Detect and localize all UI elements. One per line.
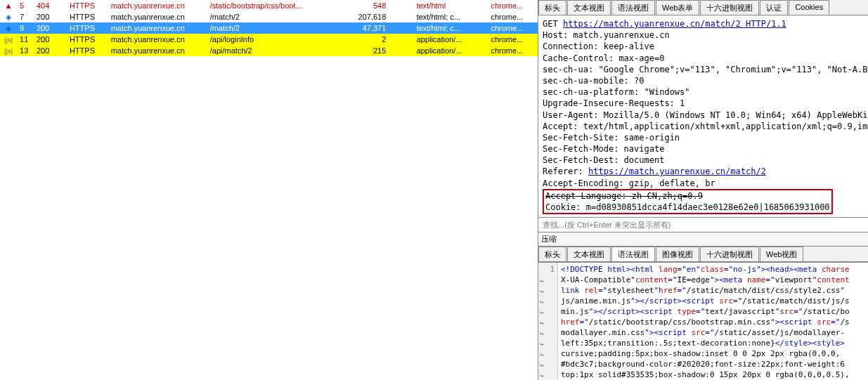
session-url: /api/match/2 <box>207 45 331 56</box>
line-number: ↪ <box>538 327 556 338</box>
search-bar <box>538 217 868 232</box>
tab-文本视图[interactable]: 文本视图 <box>567 247 611 261</box>
session-num: 13 <box>17 45 34 56</box>
session-url: /match/2 <box>207 11 331 22</box>
session-content-type: text/html; c... <box>414 22 488 34</box>
session-num: 11 <box>17 34 34 45</box>
session-content-type: text/html; c... <box>414 11 488 22</box>
tab-标头[interactable]: 标头 <box>538 247 566 261</box>
tab-语法视图[interactable]: 语法视图 <box>611 0 655 15</box>
tab-图像视图[interactable]: 图像视图 <box>656 247 699 261</box>
body-line: left:35px;transition:.5s;text-decoration… <box>561 338 865 348</box>
raw-request-headers[interactable]: GET https://match.yuanrenxue.cn/match/2 … <box>538 15 868 217</box>
session-host: match.yuanrenxue.cn <box>108 22 207 34</box>
tab-Web视图[interactable]: Web视图 <box>760 247 803 261</box>
session-row[interactable]: {js}11200HTTPSmatch.yuanrenxue.cn/api/lo… <box>0 34 538 45</box>
session-protocol: HTTPS <box>67 45 108 56</box>
inspectors-pane: 标头文本视图语法视图Web表单十六进制视图认证Cookies GET https… <box>538 0 868 380</box>
sessions-pane: ▲5404HTTPSmatch.yuanrenxue.cn/static/boo… <box>0 0 538 380</box>
session-host: match.yuanrenxue.cn <box>108 11 207 22</box>
response-body-view: 1↪↪↪↪↪↪↪↪↪↪↪↪↪↪↪ <!DOCTYPE html><html la… <box>538 262 868 380</box>
body-line: js/anime.min.js"></script><script src="/… <box>561 296 865 306</box>
search-input[interactable] <box>541 219 865 230</box>
session-process: chrome... <box>488 34 538 45</box>
session-protocol: HTTPS <box>67 11 108 22</box>
session-body: 207,618 <box>331 11 389 22</box>
line-number: ↪ <box>538 369 556 380</box>
body-line: top:1px solid#353535;box-shadow:0 15px 2… <box>561 369 865 380</box>
session-icon: ◈ <box>0 22 17 34</box>
line-number: ↪ <box>538 359 556 369</box>
session-content-type: application/... <box>414 34 488 45</box>
session-result: 404 <box>34 0 67 11</box>
session-content-type: text/html <box>414 0 488 11</box>
session-icon: ▲ <box>0 0 17 11</box>
session-body: 47,371 <box>331 22 389 34</box>
body-line: modallayer.min.css"><script src="/static… <box>561 327 865 338</box>
session-num: 7 <box>17 11 34 22</box>
body-line: X-UA-Compatible"content="IE=edge"><meta … <box>561 275 865 285</box>
body-line: #bdc3c7;background-color:#202020;font-si… <box>561 359 865 369</box>
request-tabs: 标头文本视图语法视图Web表单十六进制视图认证Cookies <box>538 0 868 15</box>
session-icon: {js} <box>0 45 17 56</box>
session-num: 9 <box>17 22 34 34</box>
session-body: 215 <box>331 45 389 56</box>
body-line: href="/static/bootstrap/css/bootstrap.mi… <box>561 317 865 327</box>
session-process: chrome... <box>488 11 538 22</box>
session-num: 5 <box>17 0 34 11</box>
session-content-type: application/... <box>414 45 488 56</box>
session-row[interactable]: ◈7200HTTPSmatch.yuanrenxue.cn/match/2207… <box>0 11 538 22</box>
session-protocol: HTTPS <box>67 0 108 11</box>
highlighted-cookie: Accept-Language: zh-CN,zh;q=0.9 Cookie: … <box>543 189 833 214</box>
session-process: chrome... <box>488 45 538 56</box>
session-url: /match/2 <box>207 22 331 34</box>
session-icon: {js} <box>0 34 17 45</box>
session-host: match.yuanrenxue.cn <box>108 45 207 56</box>
line-number: 1 <box>538 264 556 275</box>
line-number: ↪ <box>538 275 556 285</box>
session-process: chrome... <box>488 0 538 11</box>
session-result: 200 <box>34 34 67 45</box>
session-process: chrome... <box>488 22 538 34</box>
request-url[interactable]: https://match.yuanrenxue.cn/match/2 HTTP… <box>563 19 786 29</box>
line-number: ↪ <box>538 306 556 317</box>
session-host: match.yuanrenxue.cn <box>108 0 207 11</box>
line-gutter: 1↪↪↪↪↪↪↪↪↪↪↪↪↪↪↪ <box>538 263 558 380</box>
transform-bar[interactable]: 压缩 <box>538 232 868 247</box>
session-protocol: HTTPS <box>67 22 108 34</box>
session-body: 548 <box>331 0 389 11</box>
line-number: ↪ <box>538 348 556 359</box>
body-line: link rel="stylesheet"href="/static/match… <box>561 285 865 296</box>
line-number: ↪ <box>538 285 556 296</box>
session-protocol: HTTPS <box>67 34 108 45</box>
session-url: /api/loginInfo <box>207 34 331 45</box>
session-url: /static/bootstrap/css/boot... <box>207 0 331 11</box>
line-number: ↪ <box>538 317 556 327</box>
line-number: ↪ <box>538 296 556 306</box>
body-line: min.js"></script><script type="text/java… <box>561 306 865 317</box>
response-body-text[interactable]: <!DOCTYPE html><html lang="en"class="no-… <box>558 263 868 380</box>
session-result: 200 <box>34 22 67 34</box>
transform-label: 压缩 <box>541 234 557 244</box>
response-tabs: 标头文本视图语法视图图像视图十六进制视图Web视图 <box>538 247 868 262</box>
session-body: 2 <box>331 34 389 45</box>
tab-认证[interactable]: 认证 <box>760 0 788 15</box>
body-line: cursive;padding:5px;box-shadow:inset 0 0… <box>561 348 865 359</box>
line-number: ↪ <box>538 338 556 348</box>
session-icon: ◈ <box>0 11 17 22</box>
session-row[interactable]: ▲5404HTTPSmatch.yuanrenxue.cn/static/boo… <box>0 0 538 11</box>
tab-十六进制视图[interactable]: 十六进制视图 <box>700 247 759 261</box>
tab-Web表单[interactable]: Web表单 <box>656 0 699 15</box>
tab-标头[interactable]: 标头 <box>538 0 566 15</box>
session-result: 200 <box>34 11 67 22</box>
tab-十六进制视图[interactable]: 十六进制视图 <box>700 0 759 15</box>
body-line: <!DOCTYPE html><html lang="en"class="no-… <box>561 264 865 275</box>
session-row[interactable]: {js}13200HTTPSmatch.yuanrenxue.cn/api/ma… <box>0 45 538 56</box>
session-result: 200 <box>34 45 67 56</box>
session-row[interactable]: ◈9200HTTPSmatch.yuanrenxue.cn/match/247,… <box>0 22 538 34</box>
tab-语法视图[interactable]: 语法视图 <box>611 247 655 261</box>
sessions-table[interactable]: ▲5404HTTPSmatch.yuanrenxue.cn/static/boo… <box>0 0 538 56</box>
session-host: match.yuanrenxue.cn <box>108 34 207 45</box>
tab-Cookies[interactable]: Cookies <box>789 0 829 15</box>
tab-文本视图[interactable]: 文本视图 <box>567 0 611 15</box>
